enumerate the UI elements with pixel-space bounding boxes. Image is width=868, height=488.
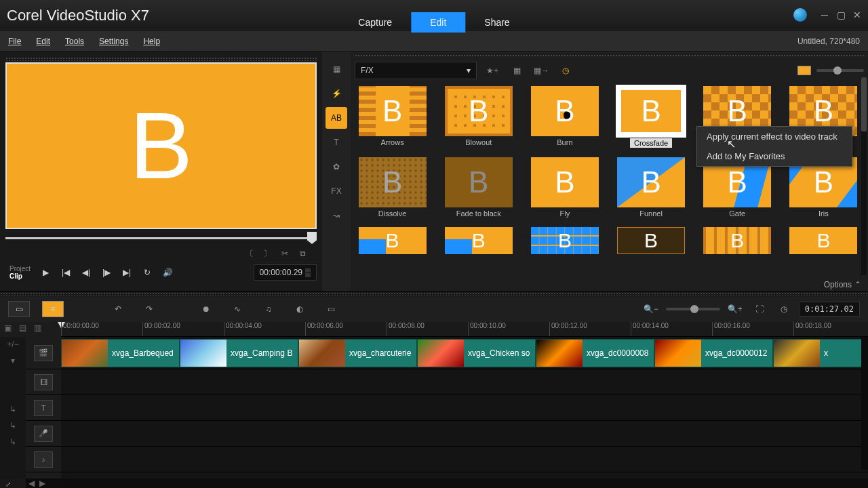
library-scrollbar[interactable] xyxy=(861,77,867,275)
transition-item[interactable]: B xyxy=(703,227,772,254)
timer-icon[interactable]: ◷ xyxy=(557,62,574,79)
end-button[interactable]: ▶| xyxy=(117,263,136,282)
title-ic-icon[interactable]: ↳ xyxy=(6,420,20,432)
timeline-clip[interactable]: xvga_Chicken so xyxy=(417,339,536,367)
transition-item[interactable]: B xyxy=(357,227,427,254)
volume-button[interactable]: 🔊 xyxy=(158,263,177,282)
close-icon[interactable]: ✕ xyxy=(852,9,863,20)
timeline-hscroll[interactable]: ◀ ▶ xyxy=(26,479,868,488)
tab-edit[interactable]: Edit xyxy=(411,12,465,33)
grip-icon[interactable] xyxy=(5,57,317,61)
scroll-left-icon[interactable]: ◀ xyxy=(26,479,37,488)
zoom-in-icon[interactable]: 🔍+ xyxy=(726,301,745,317)
maximize-icon[interactable]: ▢ xyxy=(835,9,846,20)
scrub-slider[interactable] xyxy=(5,232,317,245)
overlay-ic-icon[interactable]: ↳ xyxy=(6,403,20,415)
transition-item[interactable]: B xyxy=(789,227,859,254)
menu-edit[interactable]: Edit xyxy=(36,37,50,46)
fit-icon[interactable]: ⛶ xyxy=(750,301,769,317)
add-favorite-icon[interactable]: ★+ xyxy=(484,62,501,79)
options-toggle[interactable]: Options⌃ xyxy=(817,278,868,291)
apply-random-icon[interactable]: ▦ xyxy=(508,62,526,79)
transition-tab-icon[interactable]: AB xyxy=(326,107,347,129)
transition-item[interactable]: B xyxy=(530,227,599,254)
overlay-track-icon[interactable]: 🎞 xyxy=(34,374,53,390)
repeat-button[interactable]: ↻ xyxy=(138,263,157,282)
timeline-clip[interactable]: xvga_dc0000008 xyxy=(536,339,654,367)
minimize-icon[interactable]: ─ xyxy=(819,9,830,20)
menu-tools[interactable]: Tools xyxy=(65,37,84,46)
transition-item[interactable]: BBlowout xyxy=(443,86,513,148)
ctx-add-favorite[interactable]: Add to My Favorites xyxy=(697,146,852,166)
mixer-icon[interactable]: ∿ xyxy=(228,301,247,317)
ruler-marker-icon[interactable]: ▣ xyxy=(0,322,15,334)
storyboard-view-icon[interactable]: ▭ xyxy=(8,301,30,317)
timeline-clip[interactable]: xvga_Camping B xyxy=(180,339,298,367)
prev-frame-button[interactable]: ◀| xyxy=(77,263,96,282)
scroll-right-icon[interactable]: ▶ xyxy=(37,479,47,488)
cut-icon[interactable]: ✂ xyxy=(278,247,292,260)
tracks-content[interactable]: xvga_Barbequedxvga_Camping Bxvga_charcut… xyxy=(61,337,868,479)
transition-item[interactable]: B xyxy=(616,227,686,254)
media-tab-icon[interactable]: ▦ xyxy=(326,58,347,80)
home-button[interactable]: |◀ xyxy=(56,263,75,282)
voice-track-row[interactable] xyxy=(61,421,868,447)
music-track-row[interactable] xyxy=(61,447,868,472)
menu-settings[interactable]: Settings xyxy=(99,37,128,46)
timeline-clip[interactable]: xvga_Barbequed xyxy=(61,339,180,367)
timeline-zoom-slider[interactable] xyxy=(666,308,720,310)
voice-ic-icon[interactable]: ↳ xyxy=(6,436,20,448)
timeline-clip[interactable]: x xyxy=(773,339,868,367)
ctx-apply-effect[interactable]: Apply current effect to video track xyxy=(697,127,852,146)
video-track-row[interactable]: xvga_Barbequedxvga_Camping Bxvga_charcut… xyxy=(61,337,868,369)
title-track-icon[interactable]: T xyxy=(34,400,53,416)
transition-item[interactable]: B xyxy=(443,227,513,254)
filter-tab-icon[interactable]: FX xyxy=(326,180,347,202)
timeline-vscroll[interactable] xyxy=(861,337,868,470)
play-button[interactable]: ▶ xyxy=(36,263,55,282)
next-frame-button[interactable]: |▶ xyxy=(97,263,116,282)
music-track-icon[interactable]: ♪ xyxy=(34,451,53,468)
motion-icon[interactable]: ◐ xyxy=(290,301,309,317)
menu-file[interactable]: File xyxy=(8,37,21,46)
mark-in-icon[interactable]: 〔 xyxy=(243,247,256,260)
enlarge-icon[interactable]: ⧉ xyxy=(296,247,309,260)
duration-icon[interactable]: ◷ xyxy=(774,301,793,317)
transition-item[interactable]: BBurn xyxy=(530,86,599,148)
transition-item[interactable]: BDissolve xyxy=(357,157,427,218)
subtitle-icon[interactable]: ▭ xyxy=(321,301,340,317)
apply-current-icon[interactable]: ▦→ xyxy=(532,62,550,79)
tc-up-icon[interactable] xyxy=(305,268,311,272)
expand-tracks-icon[interactable]: ⤢ xyxy=(5,481,11,488)
zoom-out-icon[interactable]: 🔍− xyxy=(642,301,660,317)
thumb-zoom-slider[interactable] xyxy=(816,69,864,72)
category-dropdown[interactable]: F/X▾ xyxy=(355,62,477,79)
ruler-cue-icon[interactable]: ▥ xyxy=(30,322,45,334)
timeline-clip[interactable]: xvga_charcuterie xyxy=(298,339,417,367)
redo-icon[interactable]: ↷ xyxy=(140,301,159,317)
voice-track-icon[interactable]: 🎤 xyxy=(34,426,53,442)
transition-item[interactable]: BFunnel xyxy=(616,157,686,218)
guide-icon[interactable] xyxy=(793,8,807,22)
tc-down-icon[interactable] xyxy=(305,273,311,277)
path-tab-icon[interactable]: ↝ xyxy=(326,205,347,226)
add-track-icon[interactable]: +/− xyxy=(6,338,20,350)
ruler-chapter-icon[interactable]: ▤ xyxy=(15,322,30,334)
timeline-view-icon[interactable]: ≡ xyxy=(42,301,64,317)
video-track-icon[interactable]: 🎬 xyxy=(34,345,53,361)
mark-out-icon[interactable]: 〕 xyxy=(260,247,274,260)
menu-help[interactable]: Help xyxy=(143,37,160,46)
title-tab-icon[interactable]: T xyxy=(326,131,347,153)
chevron-down-icon[interactable]: ▾ xyxy=(6,354,20,367)
tab-capture[interactable]: Capture xyxy=(339,12,411,33)
transition-item[interactable]: BFade to black xyxy=(443,157,513,218)
transition-item[interactable]: BCrossfade xyxy=(616,86,686,148)
time-ruler[interactable]: 00:00:00.0000:00:02.0000:00:04.0000:00:0… xyxy=(61,322,868,337)
tab-share[interactable]: Share xyxy=(465,12,528,33)
timeline-clip[interactable]: xvga_dc0000012 xyxy=(654,339,773,367)
undo-icon[interactable]: ↶ xyxy=(108,301,127,317)
transition-item[interactable]: BFly xyxy=(530,157,599,218)
record-icon[interactable]: ⏺ xyxy=(197,301,216,317)
playback-mode[interactable]: Project Clip xyxy=(5,264,35,281)
transition-item[interactable]: BArrows xyxy=(357,86,427,148)
